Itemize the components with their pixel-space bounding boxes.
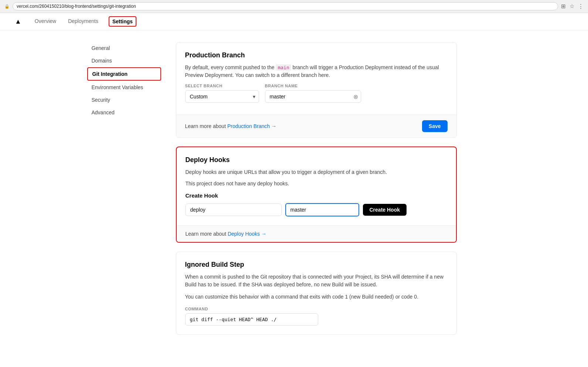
sidebar-item-env-vars[interactable]: Environment Variables [87, 81, 161, 93]
ignored-build-body: Ignored Build Step When a commit is push… [176, 252, 456, 334]
branch-name-group: BRANCH NAME ⊗ [265, 84, 361, 103]
branch-select[interactable]: Custom main master [185, 90, 259, 103]
browser-icon-3: ⋮ [578, 3, 584, 10]
production-branch-link[interactable]: Production Branch → [227, 123, 276, 129]
url-bar[interactable]: vercel.com/2604150210/blog-frontend/sett… [13, 2, 558, 10]
top-nav: ▲ Overview Deployments Settings [0, 13, 588, 30]
branch-select-wrapper: Custom main master ▾ [185, 90, 259, 103]
no-hooks-text: This project does not have any deploy ho… [186, 181, 447, 186]
hook-branch-input[interactable] [285, 203, 359, 216]
deploy-hooks-desc: Deploy hooks are unique URLs that allow … [186, 168, 447, 176]
lock-icon: 🔒 [4, 4, 10, 9]
nav-settings[interactable]: Settings [109, 16, 136, 27]
create-hook-button[interactable]: Create Hook [363, 204, 407, 216]
command-label: COMMAND [185, 307, 448, 311]
select-branch-label: SELECT BRANCH [185, 84, 259, 88]
branch-name-input-wrapper: ⊗ [265, 90, 361, 103]
learn-more-text-hooks: Learn more about [186, 231, 228, 237]
ignored-build-card: Ignored Build Step When a commit is push… [176, 252, 457, 335]
hook-form: Create Hook [186, 203, 447, 216]
select-branch-group: SELECT BRANCH Custom main master ▾ [185, 84, 259, 103]
deploy-hooks-link[interactable]: Deploy Hooks → [228, 231, 266, 237]
production-branch-desc: By default, every commit pushed to the m… [185, 64, 448, 79]
sidebar: General Domains Git Integration Environm… [87, 30, 161, 356]
production-branch-card: Production Branch By default, every comm… [176, 42, 457, 138]
deploy-hooks-body: Deploy Hooks Deploy hooks are unique URL… [177, 147, 456, 225]
ignored-build-desc2: You can customize this behavior with a c… [185, 293, 448, 301]
sidebar-item-advanced[interactable]: Advanced [87, 107, 161, 118]
ignored-build-desc1: When a commit is pushed to the Git repos… [185, 273, 448, 289]
branch-clear-button[interactable]: ⊗ [353, 93, 358, 100]
production-branch-footer: Learn more about Production Branch → Sav… [176, 115, 456, 137]
main-layout: General Domains Git Integration Environm… [72, 30, 516, 356]
browser-icons: ⊞ ☆ ⋮ [561, 3, 584, 10]
deploy-hooks-learn-more: Learn more about Deploy Hooks → [186, 231, 266, 237]
hook-name-input[interactable] [186, 203, 282, 216]
vercel-logo: ▲ [15, 18, 21, 26]
production-branch-body: Production Branch By default, every comm… [176, 43, 456, 115]
branch-fields: SELECT BRANCH Custom main master ▾ BRANC… [185, 84, 448, 103]
save-button[interactable]: Save [422, 120, 448, 132]
content-area: Production Branch By default, every comm… [161, 30, 457, 356]
nav-deployments[interactable]: Deployments [67, 13, 100, 30]
create-hook-title: Create Hook [186, 192, 447, 199]
command-input[interactable] [185, 313, 318, 326]
browser-icon-1: ⊞ [561, 3, 566, 10]
ignored-build-title: Ignored Build Step [185, 261, 448, 269]
deploy-hooks-footer: Learn more about Deploy Hooks → [177, 225, 456, 242]
sidebar-item-general[interactable]: General [87, 42, 161, 54]
browser-icon-2: ☆ [570, 3, 574, 10]
production-branch-learn-more: Learn more about Production Branch → [185, 123, 276, 129]
desc-before: By default, every commit pushed to the [185, 64, 276, 70]
branch-name-input[interactable] [265, 90, 361, 103]
browser-bar: 🔒 vercel.com/2604150210/blog-frontend/se… [0, 0, 588, 13]
production-branch-title: Production Branch [185, 51, 448, 59]
sidebar-item-security[interactable]: Security [87, 94, 161, 106]
deploy-hooks-title: Deploy Hooks [186, 156, 447, 164]
nav-overview[interactable]: Overview [33, 13, 58, 30]
branch-name-label: BRANCH NAME [265, 84, 361, 88]
sidebar-item-git-integration[interactable]: Git Integration [87, 67, 161, 81]
sidebar-item-domains[interactable]: Domains [87, 55, 161, 67]
main-code: main [276, 64, 291, 71]
deploy-hooks-card: Deploy Hooks Deploy hooks are unique URL… [176, 147, 457, 243]
learn-more-text: Learn more about [185, 123, 227, 129]
